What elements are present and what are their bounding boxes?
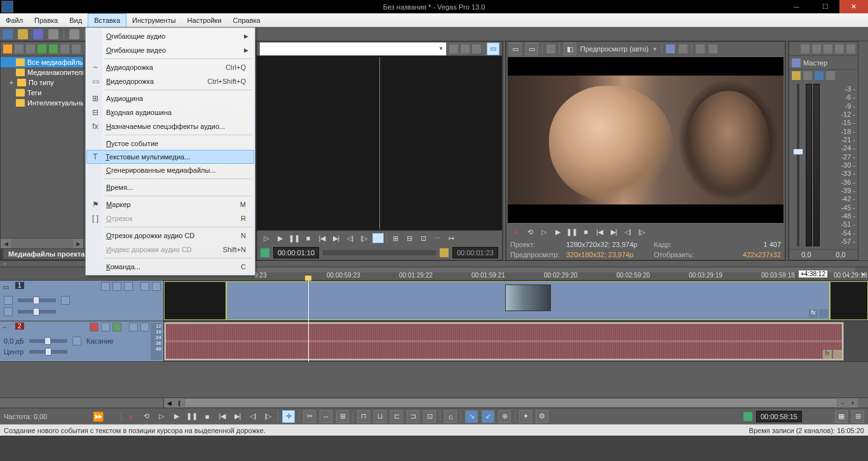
menu-item[interactable]: Пустое событие — [87, 137, 254, 150]
event-tool-icon[interactable] — [833, 350, 842, 359]
tool-icon[interactable]: ⚙ — [536, 410, 548, 423]
bypass-fx-icon[interactable] — [101, 282, 110, 291]
open-icon[interactable] — [18, 29, 28, 39]
menu-вставка[interactable]: Вставка — [88, 13, 126, 27]
menu-item[interactable]: ▭ВидеодорожкаCtrl+Shift+Q — [87, 74, 254, 88]
tool-icon[interactable] — [26, 44, 35, 53]
mute-icon[interactable] — [140, 282, 149, 291]
tool-icon[interactable]: ↔ — [320, 410, 332, 423]
scroll-thumb[interactable] — [11, 239, 73, 248]
step-back-icon[interactable]: ◁| — [344, 233, 356, 243]
tool-icon[interactable]: ⊡ — [423, 410, 436, 423]
automation-icon[interactable] — [112, 282, 121, 291]
tool-icon[interactable]: ✂ — [303, 410, 316, 423]
menu-вид[interactable]: Вид — [64, 13, 88, 27]
delete-icon[interactable] — [472, 44, 481, 53]
minimize-button[interactable]: ─ — [782, 0, 811, 13]
menu-справка[interactable]: Справка — [227, 13, 266, 27]
pan-slider[interactable] — [29, 350, 67, 354]
preview-viewport[interactable] — [508, 57, 783, 223]
go-start-icon[interactable]: |◀ — [594, 227, 606, 237]
maximize-button[interactable]: ☐ — [811, 0, 839, 13]
tool-icon[interactable] — [792, 71, 801, 80]
video-clip[interactable]: fx — [226, 281, 830, 320]
in-point-icon[interactable] — [261, 248, 269, 257]
overlays-icon[interactable] — [666, 44, 675, 53]
tool-icon[interactable]: ⊕ — [498, 410, 511, 423]
stop-icon[interactable]: ■ — [201, 411, 213, 422]
fx-icon[interactable] — [803, 71, 812, 80]
tool-icon[interactable]: ⋯ — [431, 233, 443, 243]
tool-icon[interactable]: ✦ — [519, 410, 532, 423]
event-fx-icon[interactable]: fx — [823, 350, 832, 359]
refresh-icon[interactable] — [49, 44, 58, 53]
snap-icon[interactable]: ⊓ — [357, 410, 370, 423]
scrollbar-horizontal[interactable]: ◀ ▶ — [1, 238, 83, 248]
menu-item[interactable]: ⊟Входная аудиошина — [87, 105, 254, 119]
trimmer-view[interactable] — [257, 56, 502, 230]
step-fwd-icon[interactable]: |▷ — [636, 227, 648, 237]
volume-slider[interactable] — [29, 339, 67, 343]
gear-icon[interactable] — [72, 337, 81, 345]
solo-icon[interactable] — [152, 282, 161, 291]
tree-row[interactable]: Теги — [1, 88, 83, 98]
pause-icon[interactable]: ❚❚ — [288, 233, 300, 243]
refresh-icon[interactable] — [461, 44, 470, 53]
split-icon[interactable]: ◧ — [564, 43, 576, 55]
record-icon[interactable]: ● — [510, 227, 522, 237]
menu-правка[interactable]: Правка — [29, 13, 64, 27]
stop-icon[interactable]: ■ — [580, 227, 592, 237]
menu-item[interactable]: TТекстовые мультимедиа... — [86, 150, 254, 164]
ext-monitor-icon[interactable]: ▭ — [526, 43, 538, 55]
tool-icon[interactable]: ⊏ — [390, 410, 403, 423]
scroll-left-icon[interactable]: ◀ — [164, 398, 174, 408]
menu-item[interactable]: ⚑МаркерM — [87, 197, 254, 211]
tool-icon[interactable]: ⎌ — [444, 410, 457, 423]
pause-icon[interactable]: ❚❚ — [566, 227, 578, 237]
level-icon[interactable] — [4, 296, 13, 305]
automation-icon[interactable] — [101, 323, 110, 331]
playhead[interactable] — [308, 281, 309, 362]
normal-edit-tool-icon[interactable]: ✛ — [282, 410, 295, 423]
range-bar[interactable] — [323, 250, 436, 255]
new-icon[interactable] — [3, 29, 13, 39]
timecode-display[interactable]: 00:00:58:15 — [756, 411, 802, 422]
step-back-icon[interactable]: ◁| — [247, 411, 259, 422]
tool-icon[interactable] — [15, 44, 24, 53]
menu-item[interactable]: Отрезок дорожки аудио CDN — [87, 229, 254, 243]
tool-icon[interactable] — [679, 44, 688, 53]
step-fwd-icon[interactable]: |▷ — [358, 233, 370, 243]
tool-icon[interactable] — [846, 44, 855, 53]
media-tree[interactable]: Все медиафайлыМедианакопители+По типуТег… — [1, 56, 83, 238]
stop-icon[interactable]: ■ — [302, 233, 314, 243]
menu-инструменты[interactable]: Инструменты — [126, 13, 182, 27]
mute-icon[interactable] — [129, 323, 138, 331]
play-icon[interactable]: ▶ — [275, 233, 286, 243]
play-icon[interactable]: ▶ — [171, 411, 182, 422]
loop-icon[interactable]: ⟲ — [140, 411, 152, 422]
tool-icon[interactable] — [824, 44, 832, 53]
flash-icon[interactable] — [3, 44, 12, 53]
menu-файл[interactable]: Файл — [0, 13, 29, 27]
comp-icon[interactable] — [4, 307, 13, 316]
tree-row[interactable]: Все медиафайлы — [1, 57, 83, 67]
tree-row[interactable]: Интеллектуальные коллекции — [1, 98, 83, 108]
video-clip[interactable] — [830, 281, 868, 320]
audio-clip[interactable]: fx — [164, 322, 844, 361]
tool-icon[interactable] — [60, 44, 69, 53]
save-icon[interactable] — [33, 29, 43, 39]
preview-quality-label[interactable]: Предпросмотр (авто) — [580, 45, 649, 53]
tool-icon[interactable]: ⊐ — [407, 410, 419, 423]
go-start-icon[interactable]: |◀ — [217, 411, 228, 422]
menu-item[interactable]: ⊞Аудиошина — [87, 91, 254, 105]
fader-knob[interactable] — [793, 149, 803, 155]
up-icon[interactable] — [449, 44, 458, 53]
track-fx-icon[interactable] — [112, 323, 121, 331]
audio-track-header[interactable]: ~ 2 0,0 дБ Касание — [0, 321, 164, 361]
menu-item[interactable]: Сгенерированные медиафайлы... — [87, 163, 254, 177]
timeline-empty[interactable] — [0, 362, 868, 398]
step-fwd-icon[interactable]: |▷ — [262, 411, 274, 422]
step-back-icon[interactable]: ◁| — [622, 227, 634, 237]
video-track-content[interactable]: fx — [164, 281, 868, 321]
track-fx-icon[interactable] — [124, 282, 133, 291]
